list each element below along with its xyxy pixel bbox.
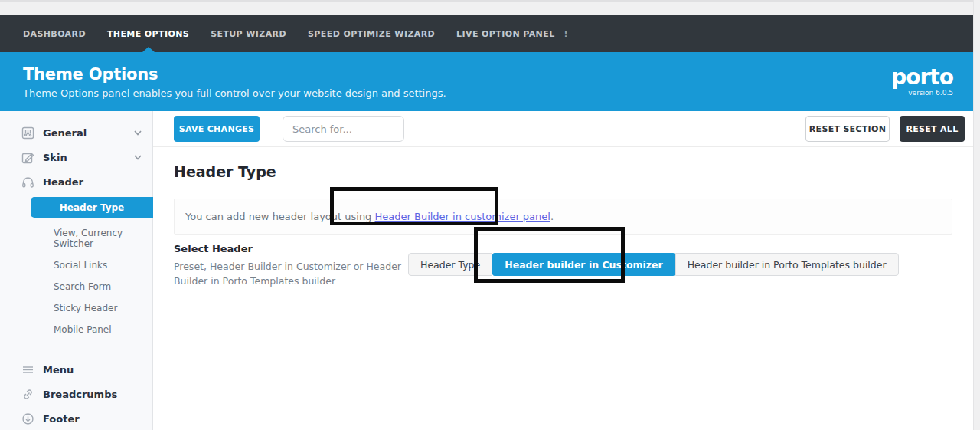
field-label-block: Select Header Preset, Header Builder in … [174,241,408,289]
reset-all-button[interactable]: RESET ALL [900,116,965,142]
browser-top-strip [0,0,973,15]
sidebar-item-menu[interactable]: Menu [0,357,152,382]
submenu-item-social-links[interactable]: Social Links [0,254,152,276]
options-main-panel: SAVE CHANGES RESET SECTION RESET ALL Hea… [153,111,980,430]
sidebar-item-header[interactable]: Header [0,169,152,194]
nav-item-setup-wizard[interactable]: SETUP WIZARD [211,15,286,52]
field-description: Preset, Header Builder in Customizer or … [174,259,408,289]
select-header-field: Select Header Preset, Header Builder in … [174,241,962,289]
alert-icon: ! [564,29,568,39]
sidebar-item-skin[interactable]: Skin [0,145,152,169]
chevron-down-icon [134,130,142,136]
chevron-down-icon [134,155,142,160]
theme-options-hero: Theme Options Theme Options panel enable… [0,52,973,111]
options-sidebar: General Skin Header [0,111,153,430]
active-tab-pointer [142,47,155,52]
search-input[interactable] [283,116,404,142]
info-notice: You can add new header layout using Head… [174,199,952,235]
sidebar-item-footer[interactable]: Footer [0,406,152,430]
header-type-option-group: Header Type Header builder in Customizer… [408,253,899,276]
options-toolbar: SAVE CHANGES RESET SECTION RESET ALL [153,111,980,146]
porto-logo-text: porto [891,67,953,88]
section-title: Header Type [174,163,962,180]
link-icon [21,388,34,401]
option-header-type[interactable]: Header Type [408,253,492,276]
nav-item-dashboard[interactable]: DASHBOARD [23,15,86,52]
nav-item-speed-optimize-wizard[interactable]: SPEED OPTIMIZE WIZARD [308,15,435,52]
option-header-builder-customizer[interactable]: Header builder in Customizer [492,253,675,276]
save-changes-button[interactable]: SAVE CHANGES [174,116,260,142]
hero-text: Theme Options Theme Options panel enable… [23,65,446,99]
header-builder-link[interactable]: Header Builder in customizer panel [375,211,550,222]
submenu-item-view-currency-switcher[interactable]: View, Currency Switcher [0,222,152,254]
headphones-icon [21,176,34,189]
reset-section-button[interactable]: RESET SECTION [805,116,890,142]
sliders-icon [21,126,34,140]
nav-item-theme-options[interactable]: THEME OPTIONS [107,15,189,52]
sidebar-gap [0,348,152,357]
page-title: Theme Options [23,65,446,84]
option-header-builder-porto-templates[interactable]: Header builder in Porto Templates builde… [675,253,899,276]
field-label: Select Header [174,241,408,254]
field-row-divider [174,310,962,310]
porto-version: version 6.0.5 [891,89,953,97]
info-text-suffix: . [550,211,554,222]
toolbar-divider [153,146,980,147]
submenu-item-sticky-header[interactable]: Sticky Header [0,297,152,319]
page-subtitle: Theme Options panel enables you full con… [23,87,446,99]
info-text-prefix: You can add new header layout using [185,211,375,222]
porto-logo: porto version 6.0.5 [891,67,953,97]
arrow-down-circle-icon [21,412,34,425]
submenu-item-header-type[interactable]: Header Type [31,197,153,218]
sidebar-item-general[interactable]: General [0,120,152,145]
theme-options-page: DASHBOARD THEME OPTIONS SETUP WIZARD SPE… [0,0,973,430]
submenu-item-mobile-panel[interactable]: Mobile Panel [0,319,152,340]
submenu-item-search-form[interactable]: Search Form [0,276,152,297]
pen-icon [21,151,34,164]
admin-top-nav: DASHBOARD THEME OPTIONS SETUP WIZARD SPE… [0,15,973,52]
browser-right-strip [973,0,980,430]
sidebar-item-breadcrumbs[interactable]: Breadcrumbs [0,382,152,406]
menu-icon [21,363,34,376]
header-submenu: Header Type View, Currency Switcher Soci… [0,197,152,340]
nav-item-live-option-panel[interactable]: LIVE OPTION PANEL [456,15,554,52]
